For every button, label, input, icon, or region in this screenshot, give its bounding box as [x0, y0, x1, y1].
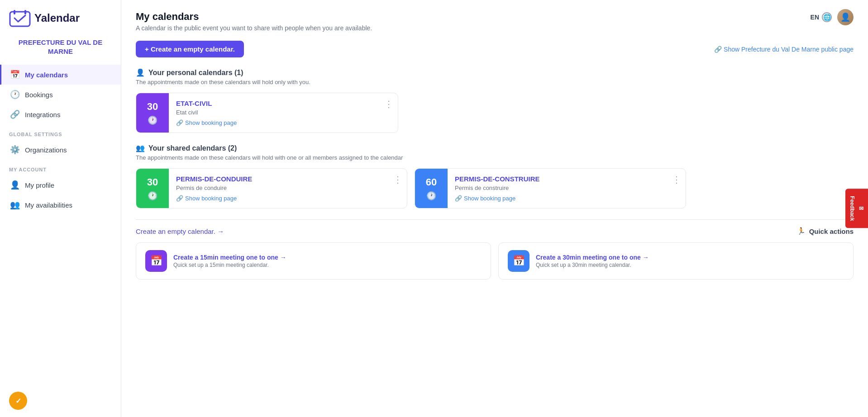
quick-actions-text: Quick actions: [809, 227, 854, 235]
quick-card-15min-title: Create a 15min meeting one to one →: [173, 254, 286, 261]
etat-civil-booking-link[interactable]: 🔗 Show booking page: [176, 119, 372, 126]
conduire-link-icon: 🔗: [176, 195, 183, 202]
people-icon: 👥: [10, 200, 19, 209]
user-avatar[interactable]: 👤: [837, 9, 854, 25]
permis-construire-menu-button[interactable]: ⋮: [668, 169, 686, 208]
main-content: EN 🌐 👤 My calendars A calendar is the pu…: [121, 0, 868, 417]
nav-label-my-profile: My profile: [25, 181, 54, 189]
quick-card-30min-content: Create a 30min meeting one to one → Quic…: [536, 254, 649, 268]
quick-card-15min-desc: Quick set up a 15min meeting calendar.: [173, 262, 286, 268]
permis-construire-number: 60: [426, 176, 437, 188]
permis-construire-booking-link[interactable]: 🔗 Show booking page: [455, 195, 660, 202]
quick-card-30min[interactable]: 📅 Create a 30min meeting one to one → Qu…: [498, 242, 854, 280]
nav-label-organizations: Organizations: [25, 146, 67, 154]
my-account-label: MY ACCOUNT: [0, 160, 121, 175]
quick-actions-label: 🏃 Quick actions: [797, 227, 854, 235]
sidebar-nav: 📅 My calendars 🕐 Bookings 🔗 Integrations…: [0, 65, 121, 384]
feedback-envelope-icon: ✉: [858, 205, 864, 212]
show-public-page-link[interactable]: 🔗 Show Prefecture du Val De Marne public…: [714, 46, 854, 53]
shared-calendars-desc: The appointments made on these calendars…: [136, 154, 854, 161]
quick-card-30min-icon: 📅: [508, 250, 529, 272]
permis-construire-desc: Permis de construire: [455, 185, 660, 191]
actions-row: + Create an empty calendar. 🔗 Show Prefe…: [136, 41, 854, 57]
svg-rect-0: [10, 12, 30, 26]
user-avatar-button[interactable]: ✓: [9, 392, 27, 410]
personal-calendars-header: 👤 Your personal calendars (1): [136, 68, 854, 77]
personal-calendars-title: Your personal calendars (1): [148, 69, 243, 77]
nav-label-bookings: Bookings: [25, 91, 53, 99]
nav-label-integrations: Integrations: [25, 111, 60, 118]
construire-link-icon: 🔗: [455, 195, 462, 202]
permis-conduire-clock-icon: 🕐: [148, 191, 157, 201]
permis-conduire-number: 30: [147, 176, 158, 188]
etat-civil-menu-button[interactable]: ⋮: [380, 93, 398, 133]
gear-icon: ⚙️: [10, 145, 19, 154]
logo-icon: [9, 9, 31, 27]
svg-rect-2: [24, 10, 26, 14]
show-public-link-text: Show Prefecture du Val De Marne public p…: [724, 46, 854, 53]
sidebar-item-my-availabilities[interactable]: 👥 My availabilities: [0, 195, 121, 215]
calendar-icon: 📅: [10, 70, 19, 79]
lang-text: EN: [811, 14, 819, 21]
quick-card-15min[interactable]: 📅 Create a 15min meeting one to one → Qu…: [136, 242, 491, 280]
etat-civil-body: ETAT-CIVIL Etat civil 🔗 Show booking pag…: [169, 93, 380, 133]
calendar-card-permis-conduire: 30 🕐 PERMIS-DE-CONDUIRE Permis de condui…: [136, 168, 407, 208]
create-empty-link[interactable]: Create an empty calendar. →: [136, 227, 224, 235]
booking-link-icon: 🔗: [176, 119, 183, 126]
avatar-image: 👤: [837, 9, 854, 25]
page-header: My calendars A calendar is the public ev…: [136, 11, 854, 32]
shared-calendar-cards: 30 🕐 PERMIS-DE-CONDUIRE Permis de condui…: [136, 168, 854, 208]
runner-icon: 🏃: [797, 227, 806, 235]
sidebar-item-my-calendars[interactable]: 📅 My calendars: [0, 65, 121, 85]
etat-civil-color-bar: 30 🕐: [136, 93, 169, 133]
permis-construire-color-bar: 60 🕐: [415, 169, 448, 208]
feedback-tab[interactable]: ✉ Feedback: [845, 189, 868, 228]
person-icon: 👤: [10, 180, 19, 190]
permis-construire-name: PERMIS-DE-CONSTRUIRE: [455, 175, 660, 183]
shared-calendars-title: Your shared calendars (2): [148, 144, 237, 152]
integrations-icon: 🔗: [10, 110, 19, 119]
etat-civil-number: 30: [147, 101, 158, 113]
quick-cards: 📅 Create a 15min meeting one to one → Qu…: [136, 242, 854, 280]
permis-conduire-desc: Permis de conduire: [176, 185, 382, 191]
page-title: My calendars: [136, 11, 854, 23]
person-section-icon: 👤: [136, 68, 145, 77]
calendar-card-permis-construire: 60 🕐 PERMIS-DE-CONSTRUIRE Permis de cons…: [415, 168, 686, 208]
permis-construire-booking-text: Show booking page: [464, 195, 515, 202]
external-link-icon: 🔗: [714, 46, 722, 53]
sidebar-item-integrations[interactable]: 🔗 Integrations: [0, 104, 121, 124]
sidebar-bottom: ✓: [0, 384, 121, 417]
feedback-label: Feedback: [849, 196, 855, 221]
permis-conduire-body: PERMIS-DE-CONDUIRE Permis de conduire 🔗 …: [169, 169, 389, 208]
globe-icon: 🌐: [822, 12, 832, 22]
page-subtitle: A calendar is the public event you want …: [136, 24, 854, 32]
global-settings-label: GLOBAL SETTINGS: [0, 124, 121, 140]
etat-civil-desc: Etat civil: [176, 109, 372, 116]
permis-conduire-booking-link[interactable]: 🔗 Show booking page: [176, 195, 382, 202]
personal-calendars-desc: The appointments made on these calendars…: [136, 79, 854, 85]
permis-conduire-booking-text: Show booking page: [185, 195, 237, 202]
sidebar-item-bookings[interactable]: 🕐 Bookings: [0, 85, 121, 104]
permis-conduire-menu-button[interactable]: ⋮: [389, 169, 407, 208]
shared-calendars-header: 👥 Your shared calendars (2): [136, 144, 854, 152]
language-button[interactable]: EN 🌐: [811, 12, 832, 22]
org-name: PREFECTURE DU VAL DE MARNE: [0, 34, 121, 65]
create-calendar-button[interactable]: + Create an empty calendar.: [136, 41, 244, 57]
etat-civil-booking-text: Show booking page: [185, 119, 237, 126]
personal-calendar-cards: 30 🕐 ETAT-CIVIL Etat civil 🔗 Show bookin…: [136, 93, 854, 133]
people-section-icon: 👥: [136, 144, 145, 152]
etat-civil-clock-icon: 🕐: [148, 115, 157, 125]
sidebar-item-organizations[interactable]: ⚙️ Organizations: [0, 140, 121, 160]
quick-actions-row: Create an empty calendar. → 🏃 Quick acti…: [136, 219, 854, 235]
permis-conduire-name: PERMIS-DE-CONDUIRE: [176, 175, 382, 183]
calendar-card-etat-civil: 30 🕐 ETAT-CIVIL Etat civil 🔗 Show bookin…: [136, 93, 398, 133]
etat-civil-name: ETAT-CIVIL: [176, 100, 372, 107]
logo-text: Yalendar: [34, 12, 80, 24]
sidebar-item-my-profile[interactable]: 👤 My profile: [0, 175, 121, 195]
logo-area: Yalendar: [0, 0, 121, 34]
svg-rect-1: [14, 10, 15, 14]
quick-card-30min-desc: Quick set up a 30min meeting calendar.: [536, 262, 649, 268]
clock-icon: 🕐: [10, 90, 19, 99]
quick-card-15min-icon: 📅: [145, 250, 167, 272]
sidebar: Yalendar PREFECTURE DU VAL DE MARNE 📅 My…: [0, 0, 121, 417]
